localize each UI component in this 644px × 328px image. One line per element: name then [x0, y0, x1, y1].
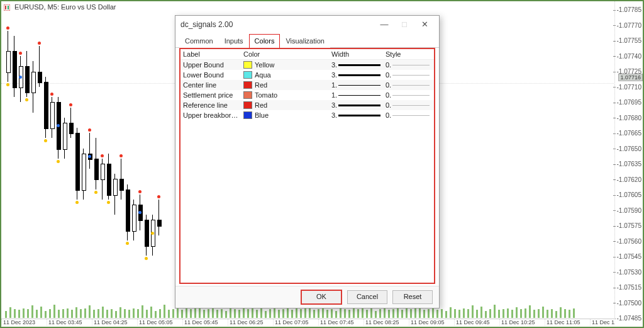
grid-row[interactable]: Lower BoundAqua3.0.	[180, 70, 434, 80]
width-value: 3.	[331, 71, 337, 79]
grid-row[interactable]: Reference lineRed3.0.	[180, 100, 434, 110]
time-tick: 11 Dec 08:25	[364, 319, 409, 325]
grid-row[interactable]: Center lineRed1.0.	[180, 80, 434, 90]
signal-marker	[94, 191, 97, 194]
colors-grid: Label Color Width Style Upper BoundYello…	[179, 48, 435, 284]
row-style-cell[interactable]: 0.	[383, 70, 432, 80]
color-name: Tomato	[255, 91, 277, 99]
row-color-cell[interactable]: Yellow	[241, 60, 329, 70]
signal-marker	[75, 201, 79, 204]
row-style-cell[interactable]: 0.	[383, 110, 432, 120]
dialog-titlebar[interactable]: dc_signals 2.00 — □ ✕	[175, 16, 439, 33]
time-tick: 11 Dec 04:25	[92, 319, 137, 325]
price-tick: -1.07650	[617, 145, 641, 152]
header-width[interactable]: Width	[329, 49, 383, 59]
dialog-title-text: dc_signals 2.00	[180, 16, 233, 33]
row-color-cell[interactable]: Blue	[241, 110, 329, 120]
grid-row[interactable]: Upper breakborderBlue3.0.	[180, 110, 434, 120]
row-width-cell[interactable]: 3.	[329, 100, 383, 110]
price-tick: -1.07500	[617, 300, 641, 307]
color-name: Red	[255, 101, 267, 109]
price-axis: 1.07716 -1.07785-1.07770-1.07755-1.07740…	[614, 1, 643, 327]
grid-row[interactable]: Upper BoundYellow3.0.	[180, 60, 434, 70]
row-label: Reference line	[180, 100, 241, 110]
row-label: Lower Bound	[180, 70, 241, 80]
time-tick: 11 Dec 06:25	[228, 319, 273, 325]
signal-marker	[157, 195, 160, 198]
width-preview	[338, 64, 380, 66]
time-tick: 11 Dec 09:45	[454, 319, 499, 325]
maximize-button[interactable]: □	[395, 18, 414, 31]
width-preview	[338, 74, 380, 76]
row-style-cell[interactable]: 0.	[383, 90, 432, 100]
row-width-cell[interactable]: 3.	[329, 60, 383, 70]
time-tick: 11 Dec 2023	[1, 319, 47, 325]
close-button[interactable]: ✕	[415, 18, 434, 31]
row-color-cell[interactable]: Tomato	[241, 90, 329, 100]
grid-header: Label Color Width Style	[180, 49, 434, 60]
header-style[interactable]: Style	[383, 49, 432, 59]
signal-marker	[88, 128, 91, 132]
grid-row[interactable]: Settlement priceTomato1.0.	[180, 90, 434, 100]
header-label[interactable]: Label	[180, 49, 241, 59]
dialog-footer: OK Cancel Reset	[175, 286, 439, 308]
price-tick: -1.07770	[617, 22, 641, 29]
tab-common[interactable]: Common	[179, 34, 219, 48]
signal-marker	[25, 98, 28, 101]
tab-visualization[interactable]: Visualization	[280, 34, 330, 48]
row-style-cell[interactable]: 0.	[383, 60, 432, 70]
row-color-cell[interactable]: Red	[241, 80, 329, 90]
row-width-cell[interactable]: 3.	[329, 70, 383, 80]
signal-marker	[38, 42, 41, 45]
signal-marker	[50, 93, 53, 96]
signal-marker	[151, 232, 154, 235]
row-width-cell[interactable]: 1.	[329, 90, 383, 100]
price-tick: -1.07515	[617, 284, 641, 291]
style-value: 0.	[386, 91, 391, 99]
width-preview	[338, 85, 380, 86]
signal-marker	[19, 76, 22, 79]
price-tick: -1.07695	[617, 99, 641, 106]
signal-marker	[57, 124, 60, 127]
svg-rect-1	[5, 6, 6, 9]
row-width-cell[interactable]: 3.	[329, 110, 383, 120]
price-tick: -1.07680	[617, 115, 641, 122]
width-preview	[338, 95, 380, 96]
row-label: Center line	[180, 80, 241, 90]
signal-marker	[107, 201, 110, 204]
width-value: 3.	[331, 61, 337, 69]
signal-marker	[88, 155, 91, 158]
price-tick: -1.07725	[617, 68, 641, 75]
header-color[interactable]: Color	[241, 49, 329, 59]
signal-marker	[119, 154, 123, 157]
time-axis: 11 Dec 202311 Dec 03:4511 Dec 04:2511 De…	[1, 319, 615, 327]
row-width-cell[interactable]: 1.	[329, 80, 383, 90]
style-value: 0.	[386, 61, 391, 69]
row-color-cell[interactable]: Red	[241, 100, 329, 110]
price-tick: -1.07530	[617, 269, 641, 276]
row-style-cell[interactable]: 0.	[383, 80, 432, 90]
time-tick: 11 Dec 10:25	[499, 319, 545, 325]
row-label: Upper breakborder	[180, 110, 241, 120]
reset-button[interactable]: Reset	[392, 290, 433, 304]
dialog-tabs: CommonInputsColorsVisualization	[175, 33, 439, 48]
ok-button[interactable]: OK	[301, 290, 342, 305]
width-value: 1.	[331, 81, 337, 89]
time-tick: 11 Dec 05:05	[137, 319, 182, 325]
color-name: Aqua	[255, 71, 271, 79]
color-swatch	[243, 101, 252, 109]
price-tick: -1.07665	[617, 130, 641, 137]
cancel-button[interactable]: Cancel	[347, 290, 387, 304]
width-preview	[338, 105, 380, 106]
row-color-cell[interactable]: Aqua	[241, 70, 329, 80]
signal-marker	[69, 103, 72, 106]
width-value: 3.	[331, 101, 337, 109]
price-tick: -1.07575	[617, 222, 641, 229]
tab-inputs[interactable]: Inputs	[219, 34, 249, 48]
minimize-button[interactable]: —	[375, 18, 394, 31]
style-preview	[392, 85, 430, 86]
time-tick: 11 Dec 07:05	[273, 319, 318, 325]
row-style-cell[interactable]: 0.	[383, 100, 432, 110]
chart-window: EURUSD, M5: Euro vs US Dollar 1.07716 -1…	[0, 0, 644, 328]
tab-colors[interactable]: Colors	[249, 34, 280, 48]
